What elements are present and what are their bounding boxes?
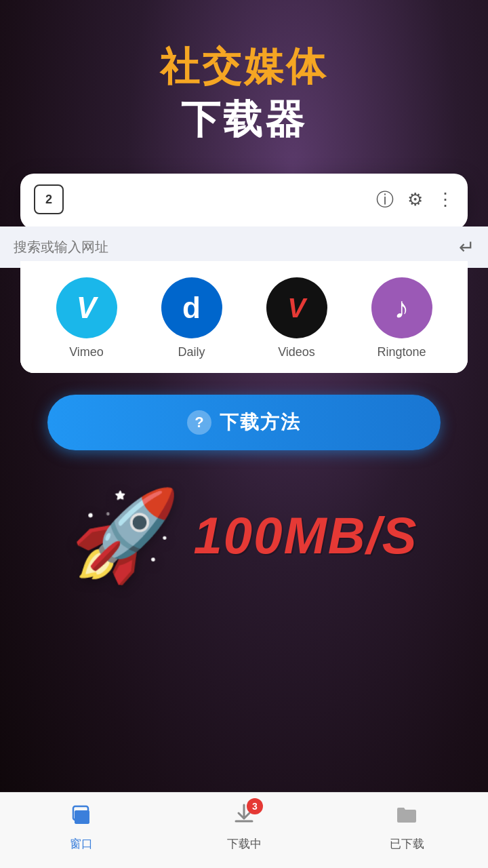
shortcut-daily[interactable]: d Daily <box>161 277 222 359</box>
more-icon[interactable]: ⋮ <box>436 189 454 210</box>
search-input[interactable] <box>14 239 459 255</box>
enter-icon[interactable]: ↵ <box>459 236 474 258</box>
download-method-button[interactable]: ? 下载方法 <box>47 395 441 450</box>
ringtone-icon: ♪ <box>371 277 432 338</box>
downloading-label: 下载中 <box>227 836 262 852</box>
downloaded-label: 已下载 <box>390 836 424 852</box>
rocket-icon: 🚀 <box>70 491 180 579</box>
nav-item-downloaded[interactable]: 已下载 <box>366 802 447 852</box>
folder-icon <box>394 806 419 831</box>
daily-icon: d <box>161 277 222 338</box>
browser-toolbar: 2 ⓘ ⚙ ⋮ <box>34 184 454 214</box>
vimeo-label: Vimeo <box>69 345 104 359</box>
vimeo-icon: V <box>56 277 117 338</box>
svg-rect-2 <box>75 810 89 824</box>
downloaded-icon-wrapper <box>394 802 419 832</box>
shortcut-vimeo[interactable]: V Vimeo <box>56 277 117 359</box>
windows-icon <box>69 806 94 831</box>
downloading-badge: 3 <box>247 798 263 814</box>
help-icon[interactable]: ⓘ <box>376 188 394 212</box>
toolbar-icons: ⓘ ⚙ ⋮ <box>376 188 454 212</box>
shortcut-videos[interactable]: V Videos <box>266 277 327 359</box>
videos-icon: V <box>266 277 327 338</box>
windows-label: 窗口 <box>70 836 93 852</box>
header-title-line1: 社交媒体 <box>160 41 328 94</box>
download-btn-label: 下载方法 <box>220 410 301 435</box>
shortcuts-row: V Vimeo d Daily V Videos ♪ <box>20 261 468 373</box>
browser-card: 2 ⓘ ⚙ ⋮ <box>20 174 468 229</box>
header-title-line2: 下载器 <box>160 94 328 146</box>
question-icon: ? <box>187 410 211 435</box>
nav-item-downloading[interactable]: 3 下载中 <box>203 802 285 852</box>
speed-text: 100MB/S <box>194 506 418 565</box>
daily-label: Daily <box>178 345 205 359</box>
videos-label: Videos <box>278 345 315 359</box>
shortcut-ringtone[interactable]: ♪ Ringtone <box>371 277 432 359</box>
bottom-nav: 窗口 3 下载中 已下载 <box>0 792 488 868</box>
nav-item-windows[interactable]: 窗口 <box>41 802 122 852</box>
tab-count-badge[interactable]: 2 <box>34 184 64 214</box>
settings-icon[interactable]: ⚙ <box>407 189 423 210</box>
speed-section: 🚀 100MB/S <box>20 477 468 606</box>
windows-icon-wrapper <box>69 802 94 832</box>
downloading-icon-wrapper: 3 <box>232 802 256 832</box>
app-header: 社交媒体 下载器 <box>160 41 328 146</box>
ringtone-label: Ringtone <box>377 345 426 359</box>
